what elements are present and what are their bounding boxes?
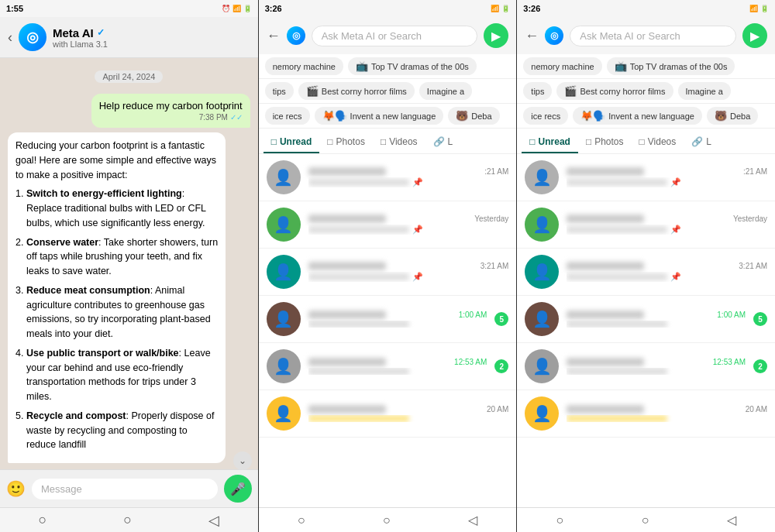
nav-bar-1: ○ ○ ◁ (0, 507, 258, 532)
chip-tv-3[interactable]: 📺Top TV dramas of the 00s (607, 57, 735, 75)
chat-item-content: 1:00 AM (308, 311, 487, 328)
chips-row1-3: nemory machine 📺Top TV dramas of the 00s (517, 54, 775, 79)
search-input-2[interactable]: Ask Meta AI or Search (312, 26, 478, 46)
pin-icon: 📌 (670, 272, 681, 282)
list-item[interactable]: 👤 :21 AM 📌 (517, 154, 775, 201)
back-button-2[interactable]: ← (267, 28, 281, 44)
list-item[interactable]: 👤 12:53 AM 2 (259, 343, 517, 390)
recents-nav-icon[interactable]: ○ (123, 512, 132, 528)
chip-language-3[interactable]: 🦊🗣️Invent a new language (573, 107, 702, 125)
chat-time: Yesterday (474, 215, 508, 223)
chat-header-info: Meta AI ✓ with Llama 3.1 (53, 26, 250, 49)
message-input[interactable]: Message (32, 479, 218, 499)
home-nav-2[interactable]: ○ (298, 513, 305, 527)
tip-5: Recycle and compost: Properly dispose of… (26, 409, 218, 452)
chip-horror[interactable]: 🎬Best corny horror films (298, 82, 415, 100)
list-item[interactable]: 👤 1:00 AM 5 (517, 296, 775, 343)
back-nav-icon[interactable]: ◁ (208, 512, 219, 529)
chat-preview: 📌 (308, 177, 509, 187)
meta-ai-icon-2: ◎ (287, 26, 305, 45)
tab-unread-2[interactable]: □Unread (264, 132, 320, 153)
chip-tips[interactable]: tips (265, 82, 294, 100)
list-item[interactable]: 👤 12:53 AM 2 (517, 343, 775, 390)
recents-nav-3[interactable]: ○ (642, 513, 649, 527)
chat-item-content: 20 AM (308, 405, 509, 422)
back-button-3[interactable]: ← (525, 28, 539, 44)
chips-row2-2: tips 🎬Best corny horror films Imagine a (259, 79, 517, 104)
chat-messages: April 24, 2024 Help reduce my carbon foo… (0, 58, 258, 469)
tab-unread-3[interactable]: □Unread (522, 132, 578, 153)
back-nav-2[interactable]: ◁ (468, 513, 477, 527)
filter-tabs-3: □Unread □Photos □Videos 🔗L (517, 129, 775, 154)
tab-photos-2[interactable]: □Photos (319, 132, 373, 153)
chat-header-sub: with Llama 3.1 (53, 39, 250, 49)
chat-list-3: 👤 :21 AM 📌 👤 Yesterday (517, 154, 775, 507)
chip-tv[interactable]: 📺Top TV dramas of the 00s (348, 57, 477, 75)
mic-button[interactable]: 🎤 (224, 475, 252, 503)
avatar: 👤 (267, 396, 301, 431)
list-item[interactable]: 👤 Yesterday 📌 (517, 201, 775, 249)
unread-badge: 2 (753, 359, 767, 373)
chip-deba[interactable]: 🐻Deba (448, 107, 499, 125)
avatar: 👤 (267, 255, 301, 289)
status-bar-3: 3:26 📶 🔋 (517, 0, 775, 17)
chip-tips-3[interactable]: tips (523, 82, 552, 100)
chip-imagine[interactable]: Imagine a (419, 82, 472, 100)
search-input-3[interactable]: Ask Meta AI or Search (570, 26, 736, 46)
list-item[interactable]: 👤 3:21 AM 📌 (517, 249, 775, 296)
home-nav-3[interactable]: ○ (556, 513, 564, 527)
chip-imagine-3[interactable]: Imagine a (678, 82, 731, 100)
tab-links-2[interactable]: 🔗L (425, 132, 461, 153)
filter-tabs-2: □Unread □Photos □Videos 🔗L (259, 129, 517, 154)
pin-icon: 📌 (670, 177, 681, 187)
list-item[interactable]: 👤 Yesterday 📌 (259, 201, 517, 249)
chat-list-2: 👤 :21 AM 📌 👤 Yesterday (259, 154, 517, 507)
time-3: 3:26 (523, 4, 540, 13)
chip-icerecs-3[interactable]: ice recs (523, 107, 568, 125)
avatar: 👤 (267, 208, 301, 242)
chip-memory[interactable]: nemory machine (265, 57, 343, 75)
tab-photos-3[interactable]: □Photos (578, 132, 632, 153)
chat-preview (308, 321, 487, 328)
chat-item-content: 3:21 AM 📌 (308, 262, 509, 282)
chat-item-content: 12:53 AM (308, 358, 487, 375)
avatar: 👤 (267, 160, 301, 194)
pin-icon: 📌 (412, 272, 423, 282)
unread-badge: 2 (494, 359, 508, 373)
msg-meta: 7:38 PM ✓✓ (99, 113, 243, 122)
tip-4: Use public transport or walk/bike: Leave… (26, 346, 218, 404)
list-item[interactable]: 👤 1:00 AM 5 (259, 296, 517, 343)
chat-time: :21 AM (484, 167, 508, 176)
recents-nav-2[interactable]: ○ (383, 513, 391, 527)
chip-language[interactable]: 🦊🗣️Invent a new language (315, 107, 444, 125)
send-button-3[interactable]: ▶ (742, 23, 767, 48)
list-item[interactable]: 👤 20 AM (517, 390, 775, 438)
list-item[interactable]: 👤 :21 AM 📌 (259, 154, 517, 201)
tab-links-3[interactable]: 🔗L (684, 132, 719, 153)
search-bar-3: ← ◎ Ask Meta AI or Search ▶ (517, 17, 775, 54)
chips-row3-2: ice recs 🦊🗣️Invent a new language 🐻Deba (259, 104, 517, 129)
battery-icon: 🔋 (243, 5, 252, 12)
emoji-button[interactable]: 🙂 (6, 479, 26, 498)
phone-3: 3:26 📶 🔋 ← ◎ Ask Meta AI or Search ▶ nem… (517, 0, 775, 532)
tab-videos-2[interactable]: □Videos (373, 132, 425, 153)
search-bar-2: ← ◎ Ask Meta AI or Search ▶ (259, 17, 517, 54)
signal-icon-2: 📶 (491, 5, 499, 12)
list-item[interactable]: 👤 20 AM (259, 390, 517, 438)
home-nav-icon[interactable]: ○ (38, 512, 46, 528)
status-bar-1: 1:55 ⏰ 📶 🔋 (0, 0, 258, 17)
chip-icerecs[interactable]: ice recs (265, 107, 310, 125)
list-item[interactable]: 👤 3:21 AM 📌 (259, 249, 517, 296)
chip-deba-3[interactable]: 🐻Deba (707, 107, 758, 125)
back-button[interactable]: ‹ (8, 29, 12, 46)
chat-time: 20 AM (487, 405, 508, 414)
chat-input-bar: 🙂 Message 🎤 (0, 469, 258, 507)
chip-horror-3[interactable]: 🎬Best corny horror films (556, 82, 673, 100)
back-nav-3[interactable]: ◁ (727, 513, 736, 527)
tab-videos-3[interactable]: □Videos (632, 132, 684, 153)
scroll-down-indicator[interactable]: ⌄ (233, 451, 252, 470)
battery-icon-2: 🔋 (501, 5, 510, 12)
avatar: 👤 (525, 396, 559, 431)
chip-memory-3[interactable]: nemory machine (523, 57, 601, 75)
send-button-2[interactable]: ▶ (484, 23, 508, 48)
